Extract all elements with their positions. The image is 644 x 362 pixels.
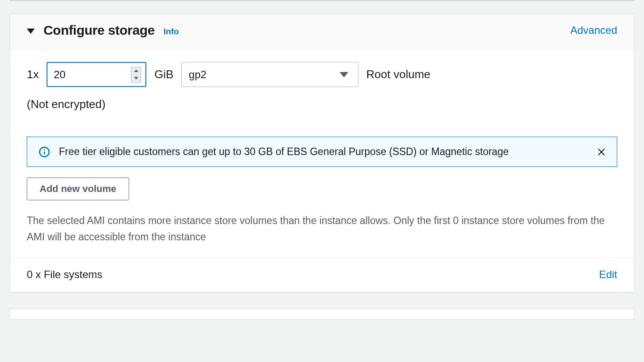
advanced-link[interactable]: Advanced — [570, 24, 617, 36]
configure-storage-panel: Configure storage Info Advanced 1x GiB g… — [10, 14, 634, 293]
edit-link[interactable]: Edit — [599, 268, 617, 281]
volume-row: 1x GiB gp2 Root volume — [27, 62, 617, 87]
size-input-wrap[interactable] — [47, 62, 146, 87]
free-tier-banner: Free tier eligible customers can get up … — [27, 137, 617, 167]
collapse-caret-icon[interactable] — [27, 29, 35, 34]
banner-text: Free tier eligible customers can get up … — [59, 146, 587, 158]
unit-label: GiB — [154, 68, 173, 81]
top-divider — [10, 0, 634, 1]
panel-header: Configure storage Info Advanced — [10, 14, 634, 50]
panel-body: 1x GiB gp2 Root volume (Not encrypted) — [10, 50, 634, 257]
size-input[interactable] — [54, 69, 131, 81]
file-systems-label: 0 x File systems — [27, 268, 102, 281]
quantity-label: 1x — [27, 68, 39, 81]
stepper-up-icon[interactable] — [131, 67, 141, 75]
instance-store-warning: The selected AMI contains more instance … — [27, 213, 617, 257]
volume-name-label: Root volume — [366, 68, 431, 81]
chevron-down-icon — [340, 72, 348, 77]
encryption-note: (Not encrypted) — [27, 98, 617, 111]
file-systems-row: 0 x File systems Edit — [10, 257, 634, 292]
svg-point-2 — [44, 149, 45, 150]
volume-type-value: gp2 — [189, 69, 340, 81]
stepper-down-icon[interactable] — [131, 75, 141, 82]
close-icon[interactable] — [596, 146, 607, 158]
add-volume-button[interactable]: Add new volume — [27, 177, 129, 200]
volume-type-select[interactable]: gp2 — [181, 62, 358, 87]
next-panel-peek — [10, 308, 634, 320]
size-stepper[interactable] — [131, 67, 141, 83]
info-icon — [39, 146, 50, 158]
info-link[interactable]: Info — [163, 27, 179, 36]
panel-title: Configure storage — [43, 23, 155, 38]
